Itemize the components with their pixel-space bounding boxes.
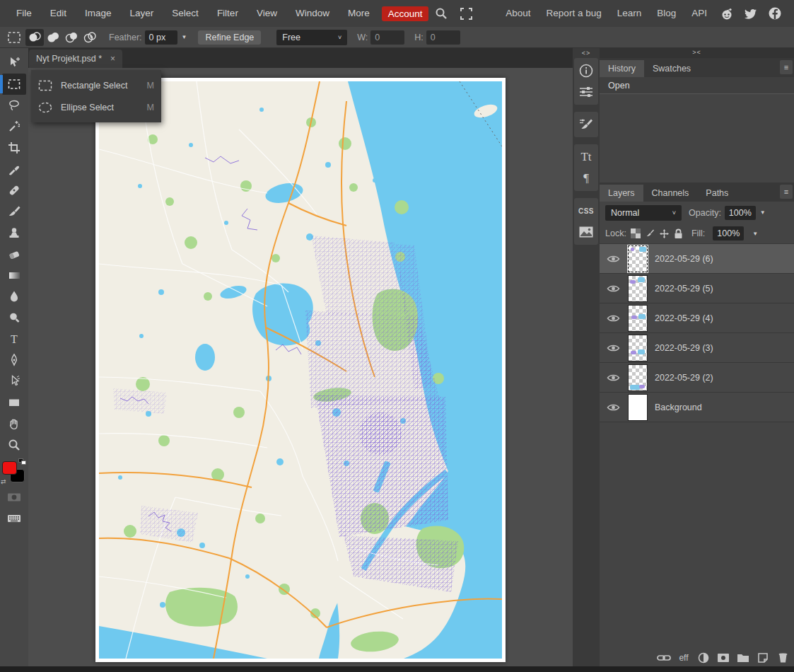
foreground-color-swatch[interactable] [2,461,17,475]
move-tool[interactable] [2,52,26,74]
feather-input[interactable]: 0 px [145,30,177,45]
history-menu-icon[interactable]: ≡ [780,60,793,74]
fill-input[interactable]: 100% [713,226,744,241]
paragraph-panel-button[interactable]: ¶ [576,168,597,189]
reddit-icon[interactable] [720,6,734,21]
layer-row-background[interactable]: Background [600,393,794,422]
height-input[interactable]: 0 [426,30,460,45]
tab-channels[interactable]: Channels [643,185,698,202]
lock-transparency-icon[interactable] [631,228,641,238]
visibility-eye-icon[interactable] [605,313,621,323]
crop-tool[interactable] [2,137,26,158]
menu-file[interactable]: File [7,0,41,27]
quick-mask-button[interactable] [2,487,26,508]
menu-filter[interactable]: Filter [208,0,247,27]
selection-mode-new-icon[interactable] [25,29,44,46]
link-report-a-bug[interactable]: Report a bug [539,0,609,27]
blend-mode-select[interactable]: Normal ˅ [605,205,682,221]
layer-row[interactable]: 2022-05-29 (3) [600,333,794,363]
layer-mask-icon[interactable] [716,651,730,665]
visibility-eye-icon[interactable] [605,254,621,264]
layer-thumbnail[interactable] [628,364,648,391]
layer-effects-button[interactable]: eff [677,651,691,665]
layer-name[interactable]: 2022-05-29 (2) [655,373,713,383]
menu-layer[interactable]: Layer [121,0,163,27]
layer-row[interactable]: 2022-05-29 (4) [600,303,794,333]
tab-paths[interactable]: Paths [697,185,737,202]
visibility-eye-icon[interactable] [605,343,621,353]
fullscreen-icon[interactable] [460,8,472,20]
opacity-dropdown-arrow[interactable]: ▼ [760,209,766,216]
css-panel-button[interactable]: CSS [576,200,597,221]
document-tab[interactable]: Nyt Projekt.psd * × [29,50,122,68]
hand-tool[interactable] [2,413,26,434]
layer-thumbnail[interactable] [628,305,648,332]
visibility-eye-icon[interactable] [605,284,621,294]
eyedropper-tool[interactable] [2,158,26,180]
menu-item-ellipse-select[interactable]: Ellipse Select M [31,96,161,118]
menu-select[interactable]: Select [163,0,208,27]
close-icon[interactable]: × [110,54,115,64]
tab-history[interactable]: History [600,60,644,77]
link-layers-icon[interactable] [657,651,671,665]
layer-row[interactable]: 2022-05-29 (5) [600,274,794,303]
selection-mode-intersect-icon[interactable] [81,29,99,46]
constraint-mode-select[interactable]: Free ˅ [276,30,347,45]
swap-colors-icon[interactable]: ⇄ [1,478,6,485]
lock-position-icon[interactable] [659,228,670,239]
layer-row[interactable]: 2022-05-29 (2) [600,363,794,393]
lock-pixels-icon[interactable] [645,228,655,238]
history-entry-open[interactable]: Open [600,77,794,94]
clone-stamp-tool[interactable] [2,222,26,243]
new-layer-icon[interactable] [756,651,770,665]
layer-name[interactable]: 2022-05-29 (3) [655,343,713,353]
menu-edit[interactable]: Edit [41,0,76,27]
opacity-input[interactable]: 100% [725,206,756,220]
menu-item-rectangle-select[interactable]: Rectangle Select M [31,74,161,96]
layer-thumbnail[interactable] [628,275,648,302]
feather-dropdown-arrow[interactable]: ▼ [182,34,187,40]
eraser-tool[interactable] [2,243,26,265]
zoom-tool[interactable] [2,434,26,456]
pen-tool[interactable] [2,349,26,371]
layer-row[interactable]: 2022-05-29 (6) [600,244,794,274]
collapse-panels-control[interactable]: >< [600,48,794,58]
menu-more[interactable]: More [339,0,379,27]
tab-swatches[interactable]: Swatches [644,60,699,77]
layers-menu-icon[interactable]: ≡ [780,185,793,199]
link-about[interactable]: About [498,0,538,27]
spot-healing-tool[interactable] [2,180,26,201]
lock-all-icon[interactable] [674,228,683,239]
layer-name[interactable]: 2022-05-29 (5) [655,284,713,294]
gradient-tool[interactable] [2,265,26,286]
adjustment-layer-icon[interactable] [696,651,711,665]
brush-settings-button[interactable] [576,114,597,135]
link-blog[interactable]: Blog [649,0,684,27]
menu-window[interactable]: Window [286,0,339,27]
direct-select-tool[interactable] [2,371,26,392]
layer-thumbnail[interactable] [628,335,648,361]
default-colors-icon[interactable] [18,458,27,465]
image-panel-button[interactable] [576,221,597,243]
menu-view[interactable]: View [247,0,286,27]
layer-name[interactable]: Background [655,402,702,412]
tab-layers[interactable]: Layers [600,185,643,202]
delete-layer-icon[interactable] [776,651,790,665]
width-input[interactable]: 0 [370,30,404,45]
keyboard-shortcuts-button[interactable] [2,508,26,529]
rectangle-shape-tool[interactable] [2,392,26,413]
info-panel-button[interactable] [576,60,597,81]
magic-wand-tool[interactable] [2,116,26,137]
collapse-strip-control[interactable]: <> [582,48,591,58]
visibility-eye-icon[interactable] [605,402,621,412]
canvas-page[interactable] [95,78,506,662]
refine-edge-button[interactable]: Refine Edge [198,30,261,45]
selection-mode-add-icon[interactable] [44,29,62,46]
search-icon[interactable] [435,7,448,20]
brush-tool[interactable] [2,201,26,222]
lasso-tool[interactable] [2,95,26,116]
link-api[interactable]: API [684,0,715,27]
visibility-eye-icon[interactable] [605,373,621,383]
dodge-tool[interactable] [2,307,26,328]
layer-name[interactable]: 2022-05-29 (6) [655,254,713,264]
